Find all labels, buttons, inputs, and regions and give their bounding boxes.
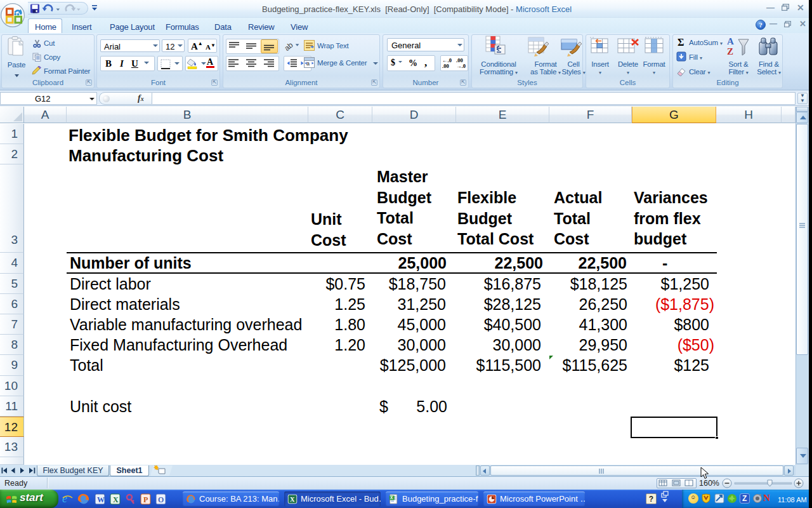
svg-text:O: O [158,495,164,504]
svg-text:A: A [727,36,734,46]
svg-text:P: P [143,495,148,504]
svg-text:X: X [113,495,119,504]
svg-text:?: ? [759,21,763,29]
svg-text:X: X [390,495,393,500]
svg-text:X: X [290,496,295,503]
svg-text:e: e [62,493,67,505]
svg-text:Z: Z [727,46,733,57]
svg-text:W: W [97,495,105,504]
svg-text:a: a [306,60,310,67]
svg-text:ab: ab [284,41,295,53]
